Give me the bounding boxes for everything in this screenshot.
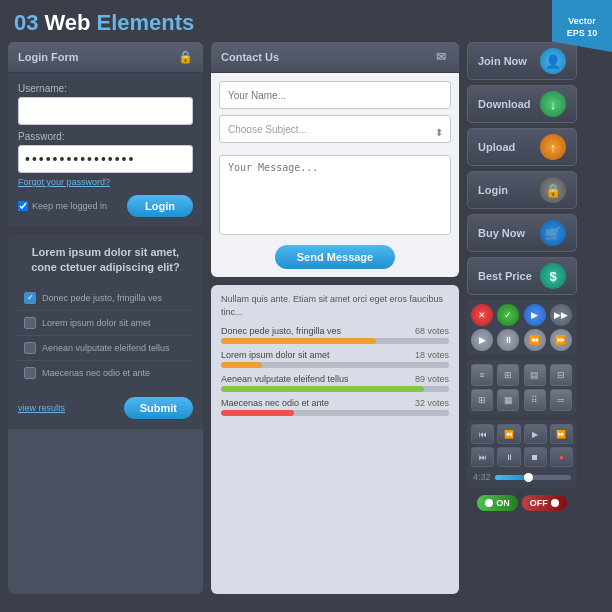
upload-button[interactable]: Upload ↑ xyxy=(467,128,577,166)
left-column: Login Form 🔒 Username: Password: Forgot … xyxy=(8,42,203,594)
join-now-button[interactable]: Join Now 👤 xyxy=(467,42,577,80)
poll-item: Aenean vulputate eleifend tellus 89 vote… xyxy=(221,374,449,392)
login-form-title: Login Form xyxy=(18,51,79,63)
skip-forward-circle-button[interactable]: ⏩ xyxy=(550,329,572,351)
next-button[interactable]: ⏭ xyxy=(471,447,494,467)
poll-item: Donec pede justo, fringilla ves 68 votes xyxy=(221,326,449,344)
grid2-sq-button[interactable]: ⊞ xyxy=(471,389,493,411)
lorem-panel-body: Lorem ipsum dolor sit amet, cone ctetuer… xyxy=(8,235,203,429)
join-now-label: Join Now xyxy=(478,55,527,67)
login-form-body: Username: Password: Forgot your password… xyxy=(8,73,203,227)
close-circle-button[interactable]: ✕ xyxy=(471,304,493,326)
poll-item-header: Lorem ipsum dolor sit amet 18 votes xyxy=(221,350,449,360)
header-elements: Elements xyxy=(97,10,195,36)
barcode-sq-button[interactable]: ▦ xyxy=(497,389,519,411)
checkbox-empty-icon xyxy=(24,342,36,354)
player-thumb[interactable] xyxy=(524,473,533,482)
poll-item-header: Aenean vulputate eleifend tellus 89 vote… xyxy=(221,374,449,384)
poll-question: Nullam quis ante. Etiam sit amet orci eg… xyxy=(221,293,449,318)
stop-button[interactable]: ⏹ xyxy=(524,447,547,467)
list-item: Lorem ipsum dolor sit amet xyxy=(18,311,193,336)
login-button[interactable]: Login xyxy=(127,195,193,217)
fast-forward-circle-button[interactable]: ▶▶ xyxy=(550,304,572,326)
subject-select[interactable]: Choose Subject... xyxy=(219,115,451,143)
username-label: Username: xyxy=(18,83,193,94)
header: 03 WebElements xyxy=(0,0,612,42)
login-action-label: Login xyxy=(478,184,508,196)
keep-logged-checkbox[interactable] xyxy=(18,201,28,211)
list-sq-button[interactable]: ▤ xyxy=(524,364,546,386)
minus-sq-button[interactable]: ⊟ xyxy=(550,364,572,386)
poll-bar-bg xyxy=(221,362,449,368)
poll-body: Nullam quis ante. Etiam sit amet orci eg… xyxy=(211,285,459,430)
pause-button[interactable]: ⏸ xyxy=(497,447,520,467)
header-web: Web xyxy=(44,10,90,36)
prev-button[interactable]: ⏮ xyxy=(471,424,494,444)
record-button[interactable]: ● xyxy=(550,447,573,467)
play-alt-circle-button[interactable]: ▶ xyxy=(471,329,493,351)
player-fill xyxy=(495,475,526,480)
name-input[interactable] xyxy=(219,81,451,109)
upload-label: Upload xyxy=(478,141,515,153)
keep-logged-label[interactable]: Keep me logged in xyxy=(18,201,107,211)
poll-bar-bg xyxy=(221,338,449,344)
best-price-button[interactable]: Best Price $ xyxy=(467,257,577,295)
middle-column: Contact Us ✉ Choose Subject... Send Mess… xyxy=(211,42,459,594)
checkbox-empty-icon xyxy=(24,317,36,329)
poll-bar xyxy=(221,338,376,344)
upload-icon: ↑ xyxy=(540,134,566,160)
subject-select-wrapper: Choose Subject... xyxy=(219,115,451,149)
view-results-link[interactable]: view results xyxy=(18,403,65,413)
dollar-icon: $ xyxy=(540,263,566,289)
buy-now-button[interactable]: Buy Now 🛒 xyxy=(467,214,577,252)
password-label: Password: xyxy=(18,131,193,142)
lines-sq-button[interactable]: ═ xyxy=(550,389,572,411)
download-icon: ↓ xyxy=(540,91,566,117)
list-item: Maecenas nec odio et ante xyxy=(18,361,193,385)
icon-circle-grid: ✕ ✓ ▶ ▶▶ ▶ ⏸ ⏪ ⏩ xyxy=(467,300,577,355)
login-form-panel: Login Form 🔒 Username: Password: Forgot … xyxy=(8,42,203,227)
poll-bar xyxy=(221,410,294,416)
lock-icon: 🔒 xyxy=(177,49,193,65)
toggle-on-label: ON xyxy=(496,498,510,508)
poll-bar-bg xyxy=(221,410,449,416)
menu-sq-button[interactable]: ≡ xyxy=(471,364,493,386)
pause-circle-button[interactable]: ⏸ xyxy=(497,329,519,351)
checkbox-checked-icon: ✓ xyxy=(24,292,36,304)
submit-button[interactable]: Submit xyxy=(124,397,193,419)
player-controls-row: ⏮ ⏪ ▶ ⏩ ⏭ ⏸ ⏹ ● xyxy=(471,424,573,467)
login-form-header: Login Form 🔒 xyxy=(8,42,203,73)
forgot-password-link[interactable]: Forgot your password? xyxy=(18,177,193,187)
best-price-label: Best Price xyxy=(478,270,532,282)
password-input[interactable] xyxy=(18,145,193,173)
toggle-off-button[interactable]: OFF xyxy=(522,495,567,511)
ffwd-button[interactable]: ⏩ xyxy=(550,424,573,444)
dots-sq-button[interactable]: ⠿ xyxy=(524,389,546,411)
buy-now-label: Buy Now xyxy=(478,227,525,239)
send-message-button[interactable]: Send Message xyxy=(275,245,395,269)
grid-sq-button[interactable]: ⊞ xyxy=(497,364,519,386)
username-input[interactable] xyxy=(18,97,193,125)
square-icon-grid: ≡ ⊞ ▤ ⊟ ⊞ ▦ ⠿ ═ xyxy=(467,360,577,415)
player-slider-row: 4:32 xyxy=(471,470,573,484)
checkbox-empty-icon xyxy=(24,367,36,379)
download-button[interactable]: Download ↓ xyxy=(467,85,577,123)
toggle-on-button[interactable]: ON xyxy=(477,495,518,511)
poll-item: Maecenas nec odio et ante 32 votes xyxy=(221,398,449,416)
player-track[interactable] xyxy=(495,475,571,480)
player-time: 4:32 xyxy=(473,472,491,482)
lorem-bottom: view results Submit xyxy=(18,393,193,419)
toggle-row: ON OFF xyxy=(467,493,577,513)
message-textarea[interactable] xyxy=(219,155,451,235)
checklist: ✓ Donec pede justo, fringilla ves Lorem … xyxy=(18,286,193,385)
login-action-button[interactable]: Login 🔒 xyxy=(467,171,577,209)
rewind-circle-button[interactable]: ⏪ xyxy=(524,329,546,351)
play-circle-button[interactable]: ▶ xyxy=(524,304,546,326)
play-button[interactable]: ▶ xyxy=(524,424,547,444)
rewind-button[interactable]: ⏪ xyxy=(497,424,520,444)
poll-item-header: Maecenas nec odio et ante 32 votes xyxy=(221,398,449,408)
download-label: Download xyxy=(478,98,531,110)
poll-panel: Nullam quis ante. Etiam sit amet orci eg… xyxy=(211,285,459,594)
check-circle-button[interactable]: ✓ xyxy=(497,304,519,326)
lorem-panel: Lorem ipsum dolor sit amet, cone ctetuer… xyxy=(8,235,203,594)
